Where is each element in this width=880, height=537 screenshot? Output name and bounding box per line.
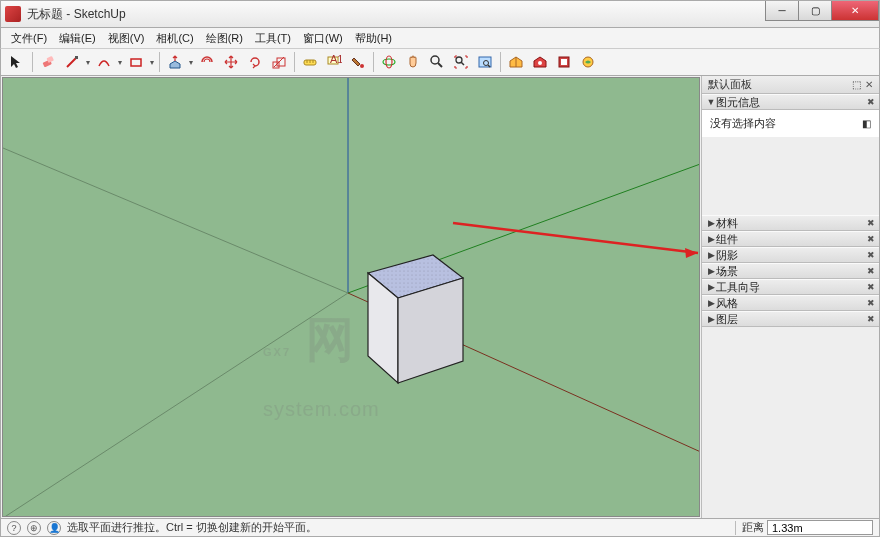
menu-draw[interactable]: 绘图(R) (200, 29, 249, 48)
expand-icon: ▶ (706, 218, 716, 228)
shape-tool-dropdown[interactable]: ▾ (148, 58, 156, 67)
svg-point-23 (538, 61, 542, 65)
viewport-3d[interactable]: GX7 网system.com (2, 77, 700, 517)
section-styles[interactable]: ▶风格✖ (702, 295, 879, 311)
app-icon (5, 6, 21, 22)
menu-camera[interactable]: 相机(C) (150, 29, 199, 48)
paint-tool[interactable] (347, 51, 369, 73)
entity-info-content: 没有选择内容 ◧ (702, 110, 879, 137)
select-tool[interactable] (6, 51, 28, 73)
add-location-tool[interactable] (577, 51, 599, 73)
section-components[interactable]: ▶组件✖ (702, 231, 879, 247)
arc-tool[interactable] (93, 51, 115, 73)
line-tool[interactable] (61, 51, 83, 73)
section-close-icon[interactable]: ✖ (867, 234, 875, 244)
status-bar: ? ⊕ 👤 选取平面进行推拉。Ctrl = 切换创建新的开始平面。 距离 (0, 518, 880, 537)
line-tool-dropdown[interactable]: ▾ (84, 58, 92, 67)
3dwarehouse-tool[interactable] (505, 51, 527, 73)
menu-window[interactable]: 窗口(W) (297, 29, 349, 48)
zoom-tool[interactable] (426, 51, 448, 73)
section-close-icon[interactable]: ✖ (867, 97, 875, 107)
expand-icon: ▶ (706, 282, 716, 292)
expand-icon: ▶ (706, 266, 716, 276)
tray-close-icon[interactable]: ✕ (865, 79, 873, 90)
tray-title[interactable]: 默认面板 ⬚ ✕ (702, 76, 879, 94)
svg-line-37 (453, 223, 698, 253)
section-close-icon[interactable]: ✖ (867, 282, 875, 292)
extension-warehouse-tool[interactable] (529, 51, 551, 73)
svg-marker-38 (685, 248, 698, 258)
section-close-icon[interactable]: ✖ (867, 266, 875, 276)
section-scenes[interactable]: ▶场景✖ (702, 263, 879, 279)
svg-line-19 (461, 62, 464, 65)
shape-tool[interactable] (125, 51, 147, 73)
measurement-label: 距离 (742, 520, 764, 535)
menu-tools[interactable]: 工具(T) (249, 29, 297, 48)
expand-icon: ▶ (706, 250, 716, 260)
status-hint: 选取平面进行推拉。Ctrl = 切换创建新的开始平面。 (67, 520, 317, 535)
menu-edit[interactable]: 编辑(E) (53, 29, 102, 48)
entity-pin-icon[interactable]: ◧ (861, 119, 871, 129)
svg-point-16 (431, 56, 439, 64)
arc-tool-dropdown[interactable]: ▾ (116, 58, 124, 67)
zoom-window-tool[interactable] (474, 51, 496, 73)
svg-point-13 (360, 64, 364, 68)
window-controls: ─ ▢ ✕ (766, 1, 879, 21)
svg-line-2 (67, 58, 76, 67)
collapse-icon: ▼ (706, 97, 716, 107)
svg-point-15 (386, 56, 392, 68)
zoom-extents-tool[interactable] (450, 51, 472, 73)
section-close-icon[interactable]: ✖ (867, 218, 875, 228)
measurement-input[interactable] (767, 520, 873, 535)
menu-file[interactable]: 文件(F) (5, 29, 53, 48)
pushpull-tool[interactable] (164, 51, 186, 73)
section-entity-info[interactable]: ▼ 图元信息 ✖ (702, 94, 879, 110)
pan-tool[interactable] (402, 51, 424, 73)
expand-icon: ▶ (706, 234, 716, 244)
section-close-icon[interactable]: ✖ (867, 250, 875, 260)
close-button[interactable]: ✕ (831, 1, 879, 21)
eraser-tool[interactable] (37, 51, 59, 73)
section-materials[interactable]: ▶材料✖ (702, 215, 879, 231)
section-instructor[interactable]: ▶工具向导✖ (702, 279, 879, 295)
geo-icon[interactable]: ⊕ (27, 521, 41, 535)
maximize-button[interactable]: ▢ (798, 1, 832, 21)
section-shadows[interactable]: ▶阴影✖ (702, 247, 879, 263)
svg-line-29 (3, 148, 348, 293)
window-title: 无标题 - SketchUp (27, 6, 126, 23)
offset-tool[interactable] (196, 51, 218, 73)
section-close-icon[interactable]: ✖ (867, 314, 875, 324)
menu-bar: 文件(F) 编辑(E) 视图(V) 相机(C) 绘图(R) 工具(T) 窗口(W… (0, 28, 880, 48)
orbit-tool[interactable] (378, 51, 400, 73)
rotate-tool[interactable] (244, 51, 266, 73)
watermark: GX7 网system.com (263, 308, 380, 427)
svg-text:A1: A1 (330, 54, 342, 65)
svg-rect-4 (131, 59, 141, 66)
pushpull-tool-dropdown[interactable]: ▾ (187, 58, 195, 67)
help-icon[interactable]: ? (7, 521, 21, 535)
tape-tool[interactable] (299, 51, 321, 73)
tray-pin-icon[interactable]: ⬚ (851, 79, 861, 89)
workspace: GX7 网system.com 默认面板 ⬚ ✕ ▼ 图元信息 ✖ 没有选择内容… (0, 76, 880, 518)
move-tool[interactable] (220, 51, 242, 73)
window-titlebar: 无标题 - SketchUp ─ ▢ ✕ (0, 0, 880, 28)
layout-tool[interactable] (553, 51, 575, 73)
toolbar: ▾ ▾ ▾ ▾ A1 (0, 48, 880, 76)
default-tray: 默认面板 ⬚ ✕ ▼ 图元信息 ✖ 没有选择内容 ◧ ▶材料✖ ▶组件✖ ▶阴影… (701, 76, 879, 518)
svg-line-17 (438, 63, 442, 67)
svg-rect-25 (561, 59, 567, 65)
svg-rect-3 (75, 56, 78, 59)
credit-icon[interactable]: 👤 (47, 521, 61, 535)
menu-help[interactable]: 帮助(H) (349, 29, 398, 48)
expand-icon: ▶ (706, 298, 716, 308)
text-tool[interactable]: A1 (323, 51, 345, 73)
expand-icon: ▶ (706, 314, 716, 324)
menu-view[interactable]: 视图(V) (102, 29, 151, 48)
scale-tool[interactable] (268, 51, 290, 73)
minimize-button[interactable]: ─ (765, 1, 799, 21)
svg-point-14 (383, 59, 395, 65)
section-layers[interactable]: ▶图层✖ (702, 311, 879, 327)
section-close-icon[interactable]: ✖ (867, 298, 875, 308)
